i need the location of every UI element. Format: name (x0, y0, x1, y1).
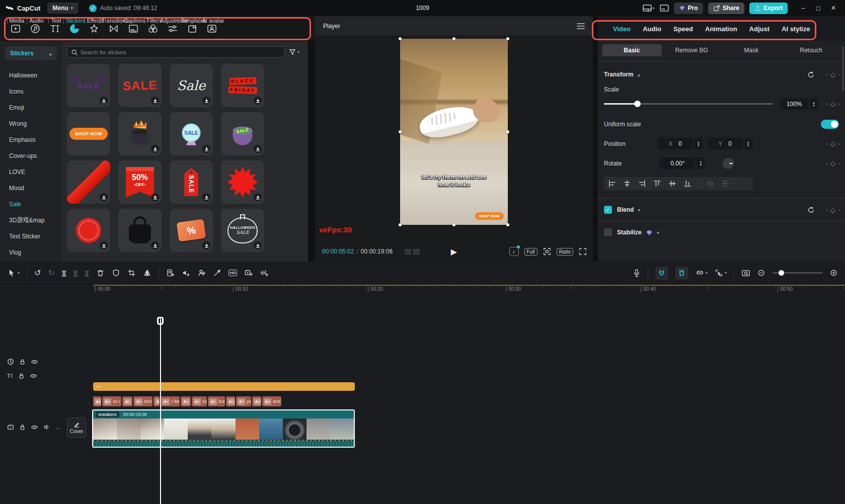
selection-handle[interactable] (506, 130, 509, 133)
selection-handle[interactable] (399, 37, 402, 40)
layout-switch-icon[interactable]: ▾ (643, 5, 655, 12)
frame-view-icons[interactable] (405, 249, 420, 255)
tab-adjustment[interactable]: Adjustment (167, 23, 178, 34)
align-left-icon[interactable] (608, 180, 616, 188)
add-avatar-button[interactable] (197, 269, 206, 277)
caption-clip[interactable]: A≡so I fir (102, 396, 121, 406)
clock-icon[interactable] (7, 358, 14, 365)
auto-preview-toggle[interactable] (675, 267, 688, 280)
link-clips-button[interactable]: ▾ (696, 269, 708, 277)
download-icon[interactable] (151, 241, 159, 249)
category-text-sticker[interactable]: Text Sticker (0, 228, 62, 244)
download-icon[interactable] (254, 97, 262, 105)
keyframe-controls[interactable]: ‹◇› (826, 100, 840, 108)
text-track-icon[interactable]: TI (7, 373, 13, 379)
caption-clip[interactable]: A≡w (181, 396, 191, 406)
align-right-icon[interactable] (638, 180, 646, 188)
tab-effects[interactable]: Effects (89, 23, 100, 34)
download-icon[interactable] (254, 241, 262, 249)
category-emoji[interactable]: Emoji (0, 100, 62, 116)
speaker-icon[interactable] (43, 424, 50, 431)
hd-quality-button[interactable]: HD (228, 270, 238, 276)
filter-button[interactable]: ▾ (289, 49, 299, 55)
tab-templates[interactable]: Templates (187, 23, 198, 34)
position-x-field[interactable]: X0 (658, 138, 693, 149)
video-preview[interactable]: let's try them on and see how it looks S… (400, 39, 508, 225)
sticker-search[interactable] (67, 46, 285, 58)
stickers-dropdown[interactable]: Stickers ▴ (5, 46, 57, 60)
zoom-in-button[interactable] (830, 269, 838, 277)
redo-button[interactable]: ↻ (48, 268, 54, 278)
mirror-flip-button[interactable] (143, 269, 151, 277)
minimize-button[interactable]: − (797, 2, 810, 14)
keyframe-controls[interactable]: ‹◇› (826, 206, 840, 214)
download-icon[interactable] (202, 241, 210, 249)
selection-handle[interactable] (399, 223, 402, 226)
tab-adjust[interactable]: Adjust (749, 25, 770, 33)
position-y-field[interactable]: Y0 (708, 138, 743, 149)
caption-clip[interactable]: A≡but yo (208, 396, 225, 406)
sticker-shop-now[interactable]: SHOP NOW (67, 112, 110, 155)
chevron-down-icon[interactable]: ▾ (657, 230, 659, 235)
lock-icon[interactable] (19, 358, 26, 365)
sticker-crystal-ball[interactable]: SALE (170, 112, 213, 155)
ratio-button[interactable]: Ratio (557, 248, 573, 256)
pro-button[interactable]: Pro (674, 3, 703, 14)
lock-icon[interactable] (19, 424, 26, 431)
category-vlog[interactable]: Vlog (0, 244, 62, 261)
tab-text[interactable]: Text (49, 23, 60, 34)
eye-icon[interactable] (31, 424, 38, 431)
video-clip-selected[interactable]: sneakers 00:00:19:06 (92, 409, 355, 448)
export-button[interactable]: Export (749, 3, 788, 14)
category-halloween[interactable]: Halloween (0, 67, 62, 83)
undo-button[interactable]: ↺ (34, 268, 41, 278)
play-button[interactable]: ▶ (451, 247, 457, 257)
distribute-vertical-icon[interactable] (721, 180, 729, 188)
split-button[interactable]: ][ (62, 269, 66, 277)
sticker-sale-script[interactable]: Sale (170, 64, 213, 107)
add-video-button[interactable] (244, 269, 253, 277)
tab-video[interactable]: Video (613, 25, 631, 33)
split-right-button[interactable]: ][ (85, 269, 89, 277)
split-left-button[interactable]: ][ (73, 269, 78, 277)
more-options-icon[interactable]: … (55, 424, 61, 431)
category-3d-map[interactable]: 3D游戏&map (0, 212, 62, 228)
caption-clip[interactable]: A≡ (153, 396, 160, 406)
tab-audio-settings[interactable]: Audio (643, 25, 661, 33)
caption-clip[interactable]: A≡not c (192, 396, 207, 406)
scrollbar[interactable] (842, 46, 844, 92)
keyframe-controls[interactable]: ‹◇› (826, 140, 840, 147)
maximize-button[interactable]: □ (812, 2, 825, 14)
snapping-magnet-toggle[interactable] (655, 267, 668, 280)
align-bottom-icon[interactable] (683, 180, 692, 188)
menu-button[interactable]: Menu ▾ (47, 3, 78, 14)
cover-button[interactable]: Cover (67, 417, 86, 438)
selection-handle[interactable] (452, 223, 455, 226)
download-icon[interactable] (151, 97, 159, 105)
scale-slider[interactable] (604, 103, 773, 105)
category-emphasis[interactable]: Emphasis (0, 132, 62, 148)
category-sale[interactable]: Sale (0, 196, 62, 212)
sticker-sale-purple[interactable]: SALE (67, 64, 110, 107)
category-wrong[interactable]: Wrong (0, 116, 62, 132)
sticker-sale-red[interactable]: SALE (118, 64, 162, 107)
caption-clip[interactable]: A≡ (93, 396, 101, 406)
uniform-scale-toggle[interactable] (821, 120, 839, 129)
selection-handle[interactable] (506, 223, 509, 226)
sticker-red-ribbon[interactable] (67, 160, 110, 204)
download-icon[interactable] (202, 145, 210, 153)
select-tool[interactable]: ▾ (7, 269, 20, 278)
tab-audio[interactable]: Audio (30, 23, 41, 34)
tab-media[interactable]: Media (10, 23, 21, 34)
reset-icon[interactable] (807, 71, 815, 78)
sticker-halloween-pumpkin[interactable]: HALLOWEEN SALE (221, 209, 264, 252)
reset-icon[interactable] (807, 206, 815, 214)
scale-stepper[interactable]: ▲▼ (810, 98, 818, 110)
download-icon[interactable] (202, 193, 210, 201)
sticker-black-friday[interactable]: BLACKFRIDAY (221, 64, 264, 107)
keyframe-controls[interactable]: ‹◇› (826, 71, 840, 78)
linked-selection-button[interactable]: ▾ (715, 269, 727, 277)
tab-captions[interactable]: Captions (128, 23, 139, 34)
shop-now-sticker[interactable]: SHOP NOW (475, 212, 504, 220)
sticker-starburst[interactable] (221, 160, 264, 204)
